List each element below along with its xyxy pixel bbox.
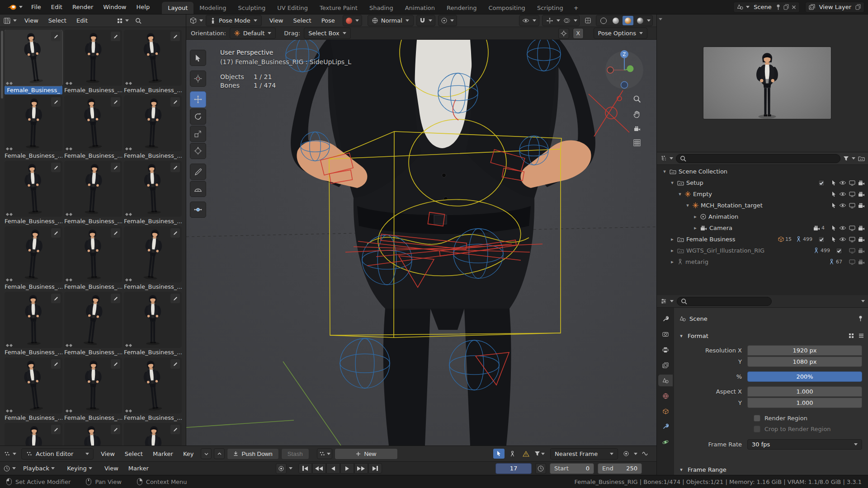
- asset-item[interactable]: Female_Business_...: [64, 161, 122, 225]
- edit-asset-icon[interactable]: [170, 228, 180, 238]
- edit-asset-icon[interactable]: [111, 359, 120, 369]
- camera-toggle-icon[interactable]: [858, 191, 865, 197]
- outliner-row-wgts-girl-illustration-rig[interactable]: ▸ WGTS_Girl_Illustration_RIG 499: [657, 245, 868, 256]
- proportional-edit-dropdown[interactable]: [438, 15, 457, 26]
- shading-solid-button[interactable]: [610, 16, 621, 25]
- camera-toggle-icon[interactable]: [858, 248, 865, 253]
- edit-asset-icon[interactable]: [170, 97, 180, 107]
- frame-range-panel-header[interactable]: ▾ Frame Range: [674, 463, 868, 475]
- workspace-tab-uv-editing[interactable]: UV Editing: [271, 2, 314, 14]
- error-warning-icon[interactable]: [520, 449, 532, 459]
- eye-toggle-icon[interactable]: [839, 202, 846, 209]
- camera-toggle-icon[interactable]: [858, 225, 865, 231]
- collapse-icon[interactable]: ▾: [685, 202, 690, 208]
- monitor-toggle-icon[interactable]: [849, 248, 855, 253]
- browse-action-button[interactable]: [317, 448, 332, 459]
- expand-icon[interactable]: ▸: [693, 225, 698, 231]
- menu-file[interactable]: File: [26, 0, 46, 14]
- tool-cursor[interactable]: [190, 70, 206, 87]
- proportional-dope-toggle[interactable]: [620, 449, 632, 459]
- frame-end-field[interactable]: End250: [598, 463, 642, 474]
- snap-mode-dropdown[interactable]: Nearest Frame: [550, 448, 618, 460]
- shading-wireframe-button[interactable]: [598, 16, 609, 25]
- asset-thumbnail[interactable]: [5, 226, 62, 282]
- visibility-dropdown[interactable]: [519, 15, 539, 26]
- monitor-toggle-icon[interactable]: [849, 259, 855, 265]
- field-aspect-x-3[interactable]: 1.000: [747, 386, 862, 397]
- edit-asset-icon[interactable]: [170, 359, 180, 369]
- next-keyframe-button[interactable]: [354, 463, 368, 474]
- properties-tab-scene[interactable]: [658, 375, 673, 386]
- collapse-icon[interactable]: ▾: [670, 180, 675, 186]
- outliner-row-mch-rotation-target[interactable]: ▾ MCH_Rotation_target: [657, 200, 868, 211]
- asset-thumbnail[interactable]: [5, 357, 62, 413]
- tool-breakdowner[interactable]: [190, 202, 206, 218]
- asset-thumbnail[interactable]: [64, 95, 122, 151]
- properties-tab-physics[interactable]: [658, 436, 673, 448]
- edit-asset-icon[interactable]: [170, 163, 180, 172]
- action-down-button[interactable]: [201, 448, 212, 459]
- asset-item[interactable]: Female_Business_...: [5, 95, 62, 160]
- current-frame-field[interactable]: 17: [495, 463, 532, 474]
- fcurve-smooth-icon[interactable]: [640, 449, 651, 459]
- transform-orientation-dropdown[interactable]: Normal: [368, 15, 414, 26]
- eye-toggle-icon[interactable]: [839, 225, 846, 231]
- asset-thumbnail[interactable]: [124, 161, 182, 217]
- shading-rendered-button[interactable]: [635, 16, 646, 25]
- tool-measure[interactable]: [190, 181, 206, 197]
- camera-toggle-icon[interactable]: [858, 202, 865, 209]
- format-presets-icon[interactable]: [849, 333, 854, 338]
- show-gizmos-toggle[interactable]: [544, 16, 555, 25]
- dope-menu-select[interactable]: Select: [120, 448, 148, 460]
- dope-menu-view[interactable]: View: [96, 448, 120, 460]
- action-up-button[interactable]: [214, 448, 225, 459]
- cursor-toggle-icon[interactable]: [831, 202, 836, 209]
- outliner-row-metarig[interactable]: ▸ metarig 67: [657, 256, 868, 267]
- monitor-toggle-icon[interactable]: [849, 225, 855, 231]
- cursor-toggle-icon[interactable]: [831, 225, 836, 231]
- viewport-menu-select[interactable]: Select: [288, 14, 316, 27]
- viewport-canvas[interactable]: User Perspective (17) Female_Business_RI…: [186, 40, 656, 446]
- navigation-gizmo[interactable]: Z: [604, 50, 645, 92]
- asset-item[interactable]: Female_Business_...: [5, 357, 62, 422]
- field-y-4[interactable]: 1.000: [747, 398, 862, 408]
- checkbox-icon[interactable]: [754, 426, 760, 432]
- properties-tab-world[interactable]: [658, 390, 673, 402]
- edit-asset-icon[interactable]: [51, 294, 61, 303]
- eye-toggle-icon[interactable]: [839, 191, 846, 197]
- properties-tab-output[interactable]: [658, 344, 673, 356]
- cursor-toggle-icon[interactable]: [831, 236, 836, 243]
- workspace-tab-rendering[interactable]: Rendering: [441, 2, 482, 14]
- pose-blend-dropdown[interactable]: [343, 15, 362, 26]
- blender-menu-button[interactable]: [4, 0, 26, 14]
- asset-thumbnail[interactable]: [124, 423, 182, 446]
- properties-tab-object[interactable]: [658, 405, 673, 417]
- mode-dropdown[interactable]: Pose Mode: [206, 15, 262, 26]
- asset-thumbnail[interactable]: [64, 357, 122, 413]
- asset-thumbnail[interactable]: [5, 95, 62, 151]
- timeline-menu-view[interactable]: View: [99, 463, 123, 474]
- show-overlays-toggle[interactable]: [561, 16, 572, 25]
- menu-render[interactable]: Render: [67, 0, 98, 14]
- edit-asset-icon[interactable]: [111, 228, 120, 238]
- filter-dropdown[interactable]: [534, 449, 545, 459]
- frame-start-field[interactable]: Start0: [550, 463, 594, 474]
- asset-thumbnail[interactable]: [124, 292, 182, 348]
- asset-item[interactable]: Female_Business_...: [64, 357, 122, 422]
- asset-item[interactable]: Female_Business_...: [5, 292, 62, 357]
- edit-asset-icon[interactable]: [111, 97, 120, 107]
- pin-icon[interactable]: [858, 315, 863, 322]
- edit-asset-icon[interactable]: [51, 228, 61, 238]
- new-view-layer-icon[interactable]: [855, 4, 861, 10]
- outliner-row-scene-collection[interactable]: ▾ Scene Collection: [657, 166, 868, 177]
- monitor-toggle-icon[interactable]: [849, 236, 855, 243]
- zoom-icon[interactable]: [633, 95, 641, 103]
- asset-thumbnail[interactable]: [64, 423, 122, 446]
- asset-item[interactable]: Female_Business_...: [124, 226, 182, 291]
- viewport-editor-icon[interactable]: [190, 17, 197, 24]
- tool-rotate[interactable]: [190, 108, 206, 125]
- timeline-menu-marker[interactable]: Marker: [123, 463, 154, 474]
- shading-material-button[interactable]: [623, 16, 633, 25]
- dope-sheet-editor-icon[interactable]: [4, 451, 10, 457]
- outliner-row-camera[interactable]: ▸ Camera 4: [657, 222, 868, 234]
